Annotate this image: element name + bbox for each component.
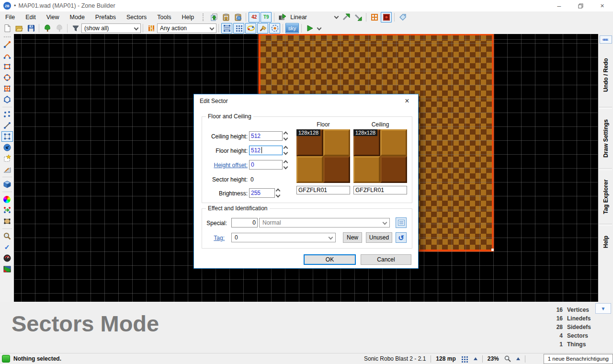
save-map-button[interactable]	[25, 23, 36, 34]
find-replace-button[interactable]	[1, 231, 13, 241]
ceiling-texture-preview[interactable]: 128x128	[353, 129, 407, 183]
gradient-floors-button[interactable]	[341, 12, 352, 23]
linedef-action-filter-button[interactable]	[146, 23, 157, 34]
brightness-input[interactable]	[249, 188, 275, 198]
notification-badge[interactable]: 1 neue Benachrichtigung	[544, 354, 613, 364]
reload-resources-button[interactable]	[42, 23, 53, 34]
stats-collapse-button[interactable]: ▼	[595, 303, 611, 314]
tag-link[interactable]: Tag:	[202, 235, 225, 241]
show-grid-button[interactable]	[233, 23, 244, 34]
dialog-title-bar[interactable]: Edit Sector	[194, 94, 418, 108]
nodes-viewer-button[interactable]	[1, 253, 13, 263]
draw-polygon-button[interactable]	[1, 94, 13, 105]
height-offset-spinner[interactable]	[282, 159, 289, 170]
toggle-sky-button[interactable]: sky	[285, 23, 299, 34]
new-tag-button[interactable]: New	[343, 232, 362, 243]
ceiling-height-spinner[interactable]	[282, 131, 289, 141]
things-filter-combo[interactable]: (show all)	[81, 23, 141, 33]
draw-grid-button[interactable]	[1, 83, 13, 94]
special-input[interactable]	[231, 218, 258, 228]
spin-down-icon[interactable]	[283, 136, 288, 141]
browse-effects-button[interactable]	[396, 217, 407, 228]
floor-texture-name-input[interactable]	[296, 186, 350, 194]
draw-lines-button[interactable]	[1, 39, 13, 50]
draw-curve-button[interactable]	[1, 50, 13, 61]
brightness-gradient-button[interactable]	[369, 12, 380, 23]
ok-button[interactable]: OK	[304, 254, 356, 265]
height-offset-link[interactable]: Height offset:	[202, 162, 248, 169]
ceiling-texture-name-input[interactable]	[353, 186, 407, 194]
menu-file[interactable]: File	[0, 11, 20, 23]
test-map-options-button[interactable]	[316, 23, 322, 34]
menu-help[interactable]: Help	[177, 11, 200, 23]
sectors-mode-button[interactable]	[1, 131, 13, 142]
dialog-close-button[interactable]: ×	[397, 95, 418, 107]
new-map-button[interactable]	[1, 23, 12, 34]
menu-edit[interactable]: Edit	[20, 11, 41, 23]
brightness-spinner[interactable]	[274, 188, 281, 198]
grid-size-menu-arrow[interactable]	[474, 357, 477, 360]
vertices-mode-button[interactable]	[1, 109, 13, 120]
join-sectors-button[interactable]	[1, 205, 13, 216]
slope-mode-button[interactable]	[1, 164, 13, 175]
spin-down-icon[interactable]	[283, 150, 288, 155]
minimize-button[interactable]: –	[548, 0, 570, 11]
palette-mode-button[interactable]	[1, 194, 13, 205]
restore-button[interactable]	[570, 0, 591, 11]
fixed-things-filter-button[interactable]: 42	[249, 12, 260, 23]
menu-view[interactable]: View	[41, 11, 65, 23]
linedefs-mode-button[interactable]	[1, 120, 13, 131]
floor-height-spinner[interactable]	[282, 145, 289, 156]
floor-texture-preview[interactable]: 128x128	[296, 129, 350, 183]
menu-sectors[interactable]: Sectors	[121, 11, 152, 23]
draw-rectangle-button[interactable]	[1, 61, 13, 72]
auto-clear-sidedefs-button[interactable]	[257, 23, 268, 34]
make-sector-button[interactable]	[1, 216, 13, 227]
things-filter-button[interactable]	[70, 23, 81, 34]
expand-panel-button[interactable]: «««	[600, 35, 612, 44]
editable-things-filter-button[interactable]: T9	[261, 12, 272, 23]
grid-size-icon[interactable]	[462, 356, 463, 358]
tab-undo-redo[interactable]: Undo / Redo	[598, 46, 613, 104]
copy-properties-button[interactable]	[208, 12, 219, 23]
zoom-menu-arrow[interactable]	[516, 357, 520, 360]
snap-to-grid-button[interactable]	[221, 23, 232, 34]
menu-prefabs[interactable]: Prefabs	[90, 11, 121, 23]
dynamic-grid-button[interactable]	[245, 23, 256, 34]
spin-down-icon[interactable]	[275, 193, 280, 198]
map-analysis-button[interactable]: ✓	[1, 242, 13, 252]
zoom-icon[interactable]	[504, 355, 511, 363]
reset-tag-button[interactable]: ↺	[396, 232, 407, 243]
vertex-dot[interactable]	[491, 249, 494, 251]
things-mode-button[interactable]	[1, 142, 13, 153]
special-effect-combo[interactable]: Normal	[259, 218, 390, 228]
gradient-ceilings-button[interactable]	[352, 12, 363, 23]
viewer-modes-button[interactable]	[1, 264, 13, 274]
paste-properties-options-button[interactable]	[232, 12, 243, 23]
close-button[interactable]: ×	[591, 0, 613, 11]
tab-help[interactable]: Help	[598, 228, 613, 255]
full-brightness-button[interactable]	[381, 12, 392, 23]
tab-tag-explorer[interactable]: Tag Explorer	[598, 173, 613, 221]
gradient-mode-button[interactable]	[277, 12, 288, 23]
height-offset-input[interactable]	[249, 160, 283, 170]
paste-properties-button[interactable]	[220, 12, 231, 23]
visual-mode-button[interactable]	[1, 179, 13, 190]
tab-draw-settings[interactable]: Draw Settings	[598, 112, 613, 165]
unused-tag-button[interactable]: Unused	[366, 232, 392, 243]
edit-selection-mode-button[interactable]	[1, 153, 13, 164]
action-filter-combo[interactable]: Any action	[157, 23, 216, 33]
draw-ellipse-button[interactable]	[1, 72, 13, 83]
test-map-button[interactable]	[304, 23, 315, 34]
floor-height-input[interactable]	[249, 146, 283, 155]
menu-mode[interactable]: Mode	[65, 11, 90, 23]
reload-lua-button[interactable]	[54, 23, 65, 34]
center-view-button[interactable]	[269, 23, 280, 34]
cancel-button[interactable]: Cancel	[361, 254, 411, 265]
spin-down-icon[interactable]	[283, 165, 288, 170]
tag-combo[interactable]: 0	[231, 233, 336, 242]
open-map-button[interactable]	[13, 23, 24, 34]
ceiling-height-input[interactable]	[249, 131, 283, 141]
gradient-interpolation-combo[interactable]: Linear	[288, 12, 340, 22]
tag-labels-button[interactable]	[397, 12, 408, 23]
